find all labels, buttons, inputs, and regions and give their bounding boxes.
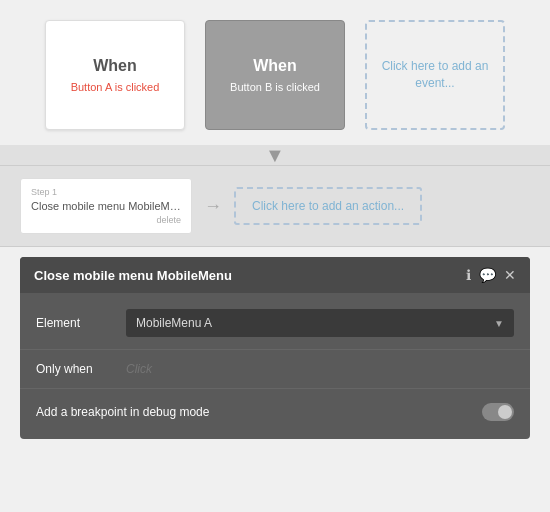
element-label: Element [36,316,126,330]
only-when-label: Only when [36,362,126,376]
header-icons-group: ℹ 💬 ✕ [466,267,516,283]
element-select[interactable]: MobileMenu A ▼ [126,309,514,337]
breakpoint-toggle[interactable] [482,403,514,421]
comment-icon[interactable]: 💬 [479,267,496,283]
step-1-box: Step 1 Close mobile menu MobileMenu A de… [20,178,192,234]
trigger-card-add[interactable]: Click here to add an event... [365,20,505,130]
info-icon[interactable]: ℹ [466,267,471,283]
trigger-card-2[interactable]: When Button B is clicked [205,20,345,130]
config-panel-body: Element MobileMenu A ▼ Only when Add a b… [20,293,530,439]
card2-title: When [253,57,297,75]
element-row: Element MobileMenu A ▼ [20,301,530,345]
trigger-cards-section: When Button A is clicked When Button B i… [0,0,550,145]
element-select-value: MobileMenu A [136,316,212,330]
breakpoint-row: Add a breakpoint in debug mode [20,393,530,431]
config-panel: Close mobile menu MobileMenu ℹ 💬 ✕ Eleme… [20,257,530,439]
step-label: Step 1 [31,187,181,197]
connector-section: ▼ [0,145,550,165]
close-icon[interactable]: ✕ [504,267,516,283]
steps-section: Step 1 Close mobile menu MobileMenu A de… [0,165,550,247]
down-arrow-icon: ▼ [265,145,285,165]
only-when-input[interactable] [126,362,514,376]
trigger-card-1[interactable]: When Button A is clicked [45,20,185,130]
divider-1 [20,349,530,350]
select-arrow-icon: ▼ [494,318,504,329]
divider-2 [20,388,530,389]
breakpoint-label: Add a breakpoint in debug mode [36,405,209,419]
config-panel-title: Close mobile menu MobileMenu [34,268,466,283]
only-when-row: Only when [20,354,530,384]
config-panel-header: Close mobile menu MobileMenu ℹ 💬 ✕ [20,257,530,293]
card1-title: When [93,57,137,75]
step-delete-link[interactable]: delete [31,215,181,225]
step-title: Close mobile menu MobileMenu A [31,200,181,212]
add-action-button[interactable]: Click here to add an action... [234,187,422,225]
card1-subtitle: Button A is clicked [71,81,160,93]
add-event-text: Click here to add an event... [367,58,503,92]
step-arrow-icon: → [204,196,222,217]
card2-subtitle: Button B is clicked [230,81,320,93]
